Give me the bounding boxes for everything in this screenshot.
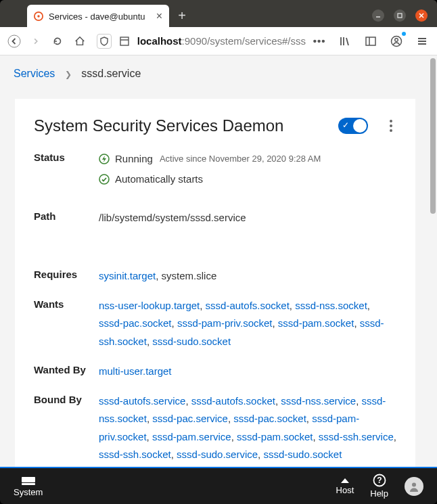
svg-point-15 <box>395 38 398 41</box>
unit-link[interactable]: sssd-pac.socket <box>233 413 306 424</box>
separator: , <box>306 413 312 424</box>
page-info-icon[interactable] <box>117 34 132 49</box>
service-toggle[interactable]: ✓ <box>338 118 368 134</box>
active-since-text: Active since November 29, 2020 9:28 AM <box>160 152 321 167</box>
page-content: Services ❯ sssd.service System Security … <box>0 55 437 467</box>
separator: , <box>394 431 396 442</box>
unit-link[interactable]: sssd-nss.service <box>281 395 356 407</box>
separator: , <box>367 300 370 311</box>
unit-link[interactable]: sysinit.target <box>99 270 156 281</box>
status-label: Status <box>34 150 99 163</box>
wants-label: Wants <box>34 297 99 310</box>
unit-link[interactable]: sssd-autofs.socket <box>206 300 290 311</box>
separator: , <box>172 317 177 329</box>
unit-link[interactable]: sssd-pam.socket <box>278 317 354 329</box>
unit-link[interactable]: sssd-sudo.socket <box>263 449 342 460</box>
kebab-menu-button[interactable] <box>386 120 396 132</box>
svg-rect-22 <box>22 483 35 485</box>
service-card: System Security Services Daemon ✓ Status… <box>15 99 415 467</box>
unit-link[interactable]: sssd-autofs.socket <box>191 395 275 407</box>
unit-link[interactable]: sssd-pam.socket <box>237 431 313 442</box>
separator: , <box>171 449 177 460</box>
unit-link[interactable]: sssd-ssh.socket <box>99 449 171 460</box>
separator: , <box>147 431 152 442</box>
separator: , <box>228 413 233 424</box>
svg-rect-7 <box>120 37 129 45</box>
help-icon: ? <box>373 474 386 487</box>
boundby-list: sssd-autofs.service, sssd-autofs.socket,… <box>99 392 396 463</box>
window-close-button[interactable] <box>415 9 428 22</box>
window-titlebar: Services - dave@ubuntu × + <box>0 0 437 27</box>
separator: , <box>290 300 295 311</box>
home-button[interactable] <box>72 33 87 49</box>
wantedby-label: Wanted By <box>34 363 99 375</box>
unit-link[interactable]: sssd-pac.socket <box>99 317 172 329</box>
system-nav-button[interactable]: System <box>14 475 43 497</box>
boundby-label: Bound By <box>34 392 99 405</box>
separator: , <box>231 431 237 442</box>
help-nav-button[interactable]: ? Help <box>370 474 388 499</box>
unit-link[interactable]: sssd-pam.service <box>152 431 231 442</box>
separator: , <box>356 395 361 407</box>
window-maximize-button[interactable] <box>394 9 406 22</box>
browser-toolbar: localhost:9090/system/services#/sss ••• <box>0 27 437 55</box>
autostart-text: Automatically starts <box>115 170 203 188</box>
separator: , <box>200 300 205 311</box>
hamburger-menu-icon[interactable] <box>414 33 430 49</box>
breadcrumb-current: sssd.service <box>81 68 141 79</box>
path-label: Path <box>34 209 99 222</box>
svg-point-20 <box>99 175 109 184</box>
unit-link[interactable]: sssd-pac.service <box>152 413 228 424</box>
user-icon <box>408 480 420 492</box>
account-icon[interactable] <box>388 33 405 49</box>
user-avatar-button[interactable] <box>405 477 423 496</box>
unit-link[interactable]: sssd-autofs.service <box>99 395 185 407</box>
unit-link[interactable]: sssd-ssh.service <box>319 431 394 442</box>
separator: , <box>185 395 191 407</box>
new-tab-button[interactable]: + <box>173 7 191 24</box>
window-minimize-button[interactable] <box>372 9 384 22</box>
host-nav-button[interactable]: Host <box>336 477 354 495</box>
unit-link[interactable]: sssd-pam-priv.socket <box>177 317 273 329</box>
tab-close-icon[interactable]: × <box>156 10 162 22</box>
unit-link[interactable]: sssd-sudo.service <box>177 449 258 460</box>
scrollbar[interactable] <box>430 58 436 214</box>
url-bar[interactable]: localhost:9090/system/services#/sss <box>137 35 306 47</box>
breadcrumb-root[interactable]: Services <box>14 68 55 79</box>
toggle-knob <box>353 119 367 133</box>
sidebar-icon[interactable] <box>363 33 379 49</box>
svg-point-25 <box>412 482 416 486</box>
separator: , <box>147 413 152 424</box>
svg-line-11 <box>346 38 348 45</box>
back-button[interactable] <box>7 33 22 49</box>
requires-label: Requires <box>34 267 99 280</box>
chevron-right-icon: ❯ <box>65 70 72 79</box>
svg-rect-21 <box>22 477 35 482</box>
separator: , <box>272 317 277 329</box>
wantedby-list: multi-user.target <box>99 363 396 380</box>
page-title: System Security Services Daemon <box>34 116 283 135</box>
svg-point-6 <box>8 35 20 47</box>
path-value: /lib/systemd/system/sssd.service <box>99 212 246 223</box>
shield-icon[interactable] <box>97 34 112 49</box>
cockpit-bottom-bar: System Host ? Help <box>0 467 437 504</box>
unit-link[interactable]: nss-user-lookup.target <box>99 300 200 311</box>
unit-link[interactable]: multi-user.target <box>99 365 172 377</box>
library-icon[interactable] <box>337 33 353 49</box>
unit-link[interactable]: sssd-nss.socket <box>295 300 367 311</box>
svg-rect-3 <box>398 14 402 18</box>
check-icon: ✓ <box>342 120 349 130</box>
requires-list: sysinit.target, system.slice <box>99 267 396 285</box>
cockpit-favicon-icon <box>34 12 43 21</box>
unit-link: system.slice <box>162 270 217 281</box>
autostart-check-icon <box>99 174 110 185</box>
reload-button[interactable] <box>50 33 65 49</box>
caret-up-icon <box>340 477 350 484</box>
svg-point-1 <box>37 15 40 18</box>
unit-link[interactable]: sssd-sudo.socket <box>152 336 231 347</box>
browser-tab[interactable]: Services - dave@ubuntu × <box>27 5 169 28</box>
forward-button[interactable] <box>28 33 43 49</box>
running-bolt-icon <box>99 154 110 164</box>
page-actions-icon[interactable]: ••• <box>311 33 327 49</box>
running-text: Running <box>115 150 153 168</box>
